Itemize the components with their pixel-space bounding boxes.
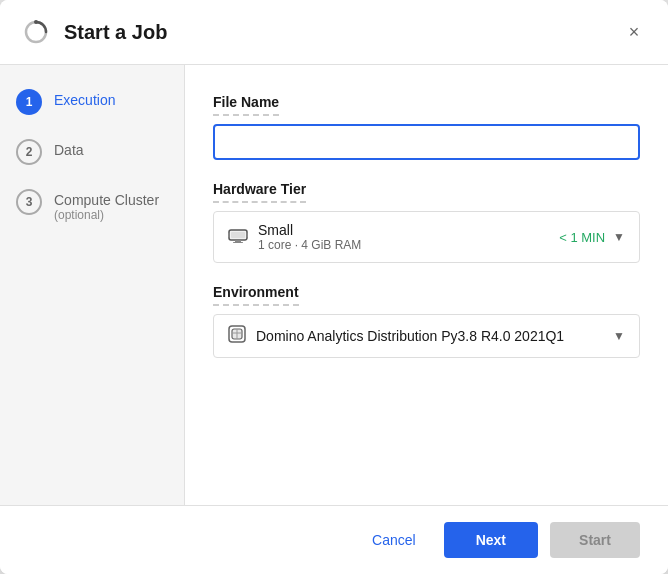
sidebar-item-execution[interactable]: 1 Execution: [16, 89, 168, 115]
sidebar-item-label-data: Data: [54, 142, 84, 158]
hardware-tier-dropdown[interactable]: Small 1 core · 4 GiB RAM < 1 MIN ▼: [213, 211, 640, 263]
file-name-input[interactable]: [213, 124, 640, 160]
modal-title: Start a Job: [64, 21, 620, 44]
step-label-compute-cluster: Compute Cluster (optional): [54, 189, 159, 222]
svg-rect-5: [247, 233, 249, 237]
hardware-info: Small 1 core · 4 GiB RAM: [258, 222, 559, 252]
environment-section: Environment Domino Analytics Distributio…: [213, 283, 640, 358]
step-label-data: Data: [54, 139, 84, 158]
modal: Start a Job × 1 Execution 2 Data: [0, 0, 668, 574]
svg-point-1: [34, 20, 38, 24]
modal-header: Start a Job ×: [0, 0, 668, 65]
environment-label: Environment: [213, 284, 299, 306]
file-name-label: File Name: [213, 94, 279, 116]
hardware-icon: [228, 227, 248, 247]
spinner-icon: [20, 16, 52, 48]
hardware-tier-label: Hardware Tier: [213, 181, 306, 203]
sidebar-item-optional-compute: (optional): [54, 208, 159, 222]
step-circle-1: 1: [16, 89, 42, 115]
hardware-chevron-icon: ▼: [613, 230, 625, 244]
close-button[interactable]: ×: [620, 18, 648, 46]
main-content: File Name Hardware Tier: [185, 65, 668, 505]
hardware-sub: 1 core · 4 GiB RAM: [258, 238, 559, 252]
environment-name: Domino Analytics Distribution Py3.8 R4.0…: [256, 328, 613, 344]
file-name-section: File Name: [213, 93, 640, 160]
environment-icon: [228, 325, 246, 347]
step-circle-3: 3: [16, 189, 42, 215]
step-circle-2: 2: [16, 139, 42, 165]
hardware-name: Small: [258, 222, 559, 238]
modal-body: 1 Execution 2 Data 3 Compute C: [0, 65, 668, 505]
sidebar-item-data[interactable]: 2 Data: [16, 139, 168, 165]
step-label-execution: Execution: [54, 89, 115, 108]
sidebar-item-label-compute: Compute Cluster: [54, 192, 159, 208]
sidebar: 1 Execution 2 Data 3 Compute C: [0, 65, 185, 505]
hardware-time: < 1 MIN: [559, 230, 605, 245]
hardware-tier-section: Hardware Tier Small: [213, 180, 640, 263]
cancel-button[interactable]: Cancel: [356, 524, 432, 556]
sidebar-item-label-execution: Execution: [54, 92, 115, 108]
sidebar-item-compute-cluster[interactable]: 3 Compute Cluster (optional): [16, 189, 168, 222]
next-button[interactable]: Next: [444, 522, 538, 558]
svg-rect-3: [231, 232, 245, 238]
modal-footer: Cancel Next Start: [0, 505, 668, 574]
svg-rect-7: [233, 242, 243, 243]
svg-rect-4: [228, 233, 230, 237]
environment-dropdown[interactable]: Domino Analytics Distribution Py3.8 R4.0…: [213, 314, 640, 358]
svg-rect-6: [235, 240, 241, 242]
environment-chevron-icon: ▼: [613, 329, 625, 343]
start-button: Start: [550, 522, 640, 558]
